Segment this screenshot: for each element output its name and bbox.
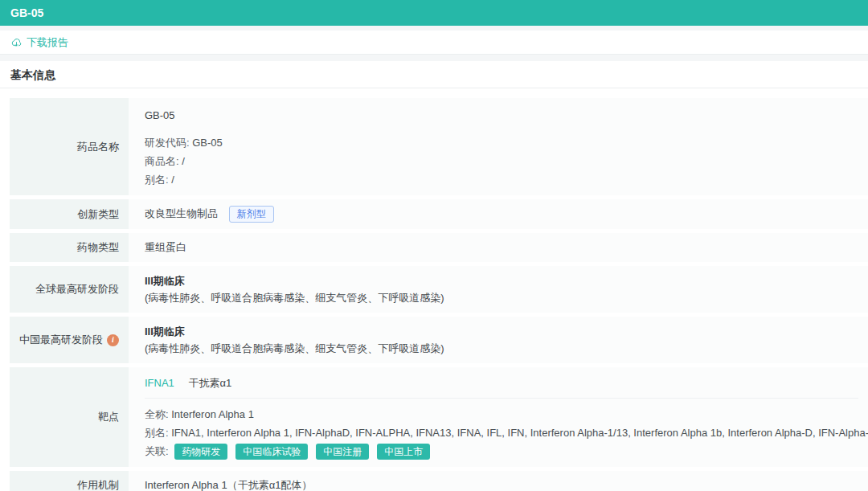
- table-row-drug-type: 药物类型 重组蛋白: [10, 233, 868, 262]
- drug-type-value: 重组蛋白: [145, 241, 186, 253]
- divider: [145, 398, 858, 399]
- row-value: III期临床 (病毒性肺炎、呼吸道合胞病毒感染、细支气管炎、下呼吸道感染): [129, 317, 868, 363]
- target-label: 靶点: [98, 410, 119, 424]
- table-row-innovation-type: 创新类型 改良型生物制品 新剂型: [10, 199, 868, 229]
- drug-title-bar: GB-05: [0, 0, 868, 26]
- section-title: 基本信息: [10, 68, 55, 81]
- toolbar: 下载报告: [0, 31, 868, 55]
- relation-tag[interactable]: 中国注册: [316, 444, 369, 460]
- dev-code-value: GB-05: [192, 137, 223, 149]
- new-formulation-tag[interactable]: 新剂型: [229, 206, 274, 223]
- alias-value: /: [171, 174, 174, 186]
- cloud-download-icon: [10, 36, 23, 48]
- row-value: III期临床 (病毒性肺炎、呼吸道合胞病毒感染、细支气管炎、下呼吸道感染): [129, 266, 868, 313]
- table-row-target: 靶点 IFNA1 干扰素α1 全称: Interferon Alpha 1 别名…: [10, 367, 868, 467]
- table-row-global-stage: 全球最高研发阶段 III期临床 (病毒性肺炎、呼吸道合胞病毒感染、细支气管炎、下…: [10, 266, 868, 313]
- table-row-drug-name: 药品名称 GB-05 研发代码: GB-05 商品名: / 别名: /: [10, 98, 868, 195]
- global-stage-label: 全球最高研发阶段: [35, 282, 119, 297]
- target-fullname-value: Interferon Alpha 1: [171, 408, 254, 420]
- drug-name-value: GB-05: [145, 108, 858, 124]
- download-report-label: 下载报告: [27, 35, 68, 50]
- relation-tag[interactable]: 中国临床试验: [235, 444, 308, 460]
- row-label: 作用机制: [10, 471, 129, 491]
- relation-tags: 药物研发中国临床试验中国注册中国上市: [174, 445, 438, 457]
- target-fullname-label: 全称:: [145, 408, 169, 420]
- divider-strip: [0, 55, 868, 61]
- drug-name-label: 药品名称: [77, 140, 119, 154]
- table-row-mechanism: 作用机制 Interferon Alpha 1（干扰素α1配体）: [10, 471, 868, 491]
- dev-code-label: 研发代码:: [145, 137, 190, 149]
- page-title: GB-05: [10, 6, 43, 19]
- target-gene-line: IFNA1 干扰素α1: [145, 375, 858, 391]
- china-stage-value: III期临床: [145, 323, 858, 340]
- trade-name-value: /: [182, 155, 185, 167]
- target-relation-line: 关联: 药物研发中国临床试验中国注册中国上市: [145, 442, 858, 460]
- china-stage-indications: (病毒性肺炎、呼吸道合胞病毒感染、细支气管炎、下呼吸道感染): [145, 340, 858, 357]
- innovation-type-value: 改良型生物制品: [145, 207, 218, 219]
- download-report-link[interactable]: 下载报告: [10, 35, 68, 50]
- target-gene-cn: 干扰素α1: [188, 377, 231, 389]
- alias-line: 别名: /: [145, 170, 858, 189]
- row-value: 改良型生物制品 新剂型: [129, 199, 868, 229]
- basic-info-table: 药品名称 GB-05 研发代码: GB-05 商品名: / 别名: /: [10, 98, 868, 491]
- target-fullname-line: 全称: Interferon Alpha 1: [145, 405, 858, 423]
- section-header: 基本信息: [0, 61, 868, 88]
- row-label: 全球最高研发阶段: [10, 266, 129, 313]
- row-value: 重组蛋白: [129, 233, 868, 262]
- target-alias-line: 别名: IFNA1, Interferon Alpha 1, IFN-Alpha…: [145, 423, 858, 442]
- row-label: 药物类型: [10, 233, 129, 262]
- row-value: Interferon Alpha 1（干扰素α1配体）: [129, 471, 868, 491]
- alias-label: 别名:: [145, 174, 169, 186]
- table-row-china-stage: 中国最高研发阶段 i III期临床 (病毒性肺炎、呼吸道合胞病毒感染、细支气管炎…: [10, 317, 868, 363]
- relation-tag[interactable]: 中国上市: [377, 444, 430, 460]
- global-stage-value: III期临床: [145, 272, 858, 289]
- dev-code-line: 研发代码: GB-05: [145, 133, 858, 152]
- target-relation-label: 关联:: [145, 445, 169, 457]
- drug-detail-page: GB-05 下载报告 基本信息 药品名称 GB-05: [0, 0, 868, 491]
- trade-name-line: 商品名: /: [145, 152, 858, 170]
- row-label: 中国最高研发阶段 i: [10, 317, 129, 363]
- row-label: 药品名称: [10, 98, 129, 195]
- target-alias-value: IFNA1, Interferon Alpha 1, IFN-AlphaD, I…: [171, 427, 868, 439]
- target-alias-label: 别名:: [145, 427, 169, 439]
- row-label: 创新类型: [10, 199, 129, 229]
- info-icon[interactable]: i: [107, 334, 119, 346]
- trade-name-label: 商品名:: [145, 155, 179, 167]
- row-value: GB-05 研发代码: GB-05 商品名: / 别名: /: [129, 98, 868, 195]
- mechanism-label: 作用机制: [77, 478, 119, 491]
- row-label: 靶点: [10, 367, 129, 467]
- mechanism-value: Interferon Alpha 1（干扰素α1配体）: [145, 479, 312, 491]
- relation-tag[interactable]: 药物研发: [174, 444, 227, 460]
- row-value: IFNA1 干扰素α1 全称: Interferon Alpha 1 别名: I…: [129, 367, 868, 467]
- target-gene-link[interactable]: IFNA1: [145, 377, 174, 389]
- drug-type-label: 药物类型: [77, 240, 119, 255]
- global-stage-indications: (病毒性肺炎、呼吸道合胞病毒感染、细支气管炎、下呼吸道感染): [145, 289, 858, 306]
- innovation-type-label: 创新类型: [77, 207, 119, 222]
- china-stage-label: 中国最高研发阶段: [19, 333, 103, 347]
